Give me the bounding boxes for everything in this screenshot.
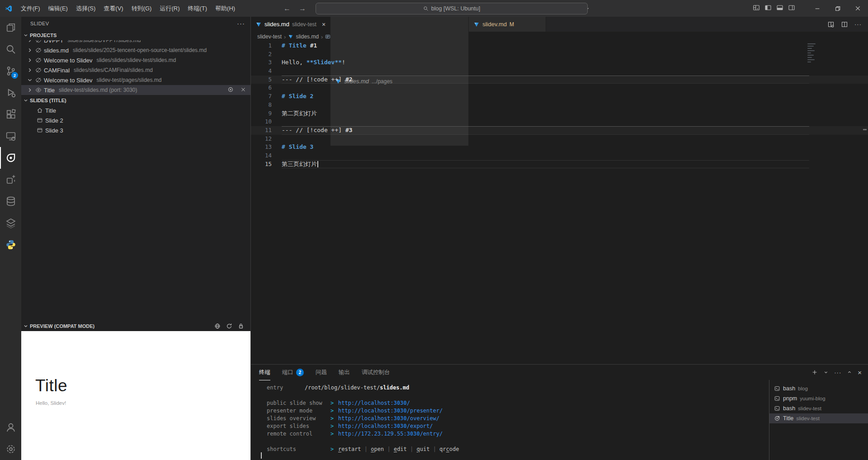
- refresh-icon[interactable]: [226, 323, 232, 329]
- code-line[interactable]: 11--- // [!code ++] #3: [251, 126, 868, 135]
- code-line[interactable]: 7# Slide 2: [251, 92, 868, 101]
- code-line[interactable]: 15第三页幻灯片: [251, 160, 868, 169]
- slide-row[interactable]: Slide 3: [21, 125, 250, 135]
- activity-gear[interactable]: [0, 438, 21, 460]
- code-line[interactable]: 6: [251, 84, 868, 92]
- sidebar-more-actions-button[interactable]: ···: [237, 19, 245, 27]
- project-row[interactable]: Titleslidev-test/slides.md (port: 3030): [21, 85, 250, 95]
- activity-account[interactable]: [0, 417, 21, 438]
- activity-remote[interactable]: [0, 125, 21, 147]
- split-editor-button[interactable]: [841, 21, 848, 28]
- code-line[interactable]: 4: [251, 67, 868, 76]
- slide-preview-pane[interactable]: Title Hello, Slidev!: [21, 331, 250, 460]
- activity-database[interactable]: [0, 190, 21, 212]
- project-row[interactable]: slides.mdslides/slides/2025-tencent-open…: [21, 45, 250, 55]
- project-row[interactable]: CAMFinalslides/slides/CAMFinal/slides.md: [21, 65, 250, 75]
- code-line[interactable]: 13# Slide 3: [251, 143, 868, 152]
- split-editor-special-button[interactable]: [827, 21, 835, 28]
- project-row[interactable]: Welcome to Slidevslides/slides/slidev-te…: [21, 55, 250, 65]
- toggle-left-button[interactable]: [764, 4, 772, 13]
- globe-icon[interactable]: [214, 323, 221, 329]
- slide-row[interactable]: Title: [21, 105, 250, 115]
- code-line[interactable]: 9第二页幻灯片: [251, 109, 868, 118]
- activity-debug[interactable]: [0, 82, 21, 104]
- terminal-link[interactable]: http://localhost:3030/: [338, 400, 410, 406]
- shortcut-edit[interactable]: edit: [394, 446, 407, 452]
- code-line[interactable]: 2: [251, 50, 868, 59]
- slide-row[interactable]: Slide 2: [21, 115, 250, 125]
- active-server-button[interactable]: [227, 86, 234, 94]
- editor-more-actions-button[interactable]: ···: [854, 21, 862, 28]
- projects-section-header[interactable]: PROJECTS: [21, 30, 250, 40]
- code-editor[interactable]: 1# Title #123Hello, **Slidev**!45--- // …: [251, 42, 868, 364]
- terminal-link[interactable]: http://localhost:3030/overview/: [338, 415, 439, 422]
- activity-source-control[interactable]: 2: [0, 60, 21, 82]
- menu-go[interactable]: 转到(G): [127, 0, 156, 17]
- shortcut-open[interactable]: open: [371, 446, 384, 452]
- preview-section-header[interactable]: PREVIEW (COMPAT MODE): [21, 321, 250, 331]
- activity-wand[interactable]: [0, 169, 21, 190]
- code-line[interactable]: 12: [251, 135, 868, 143]
- activity-layers[interactable]: [0, 212, 21, 234]
- activity-slidev[interactable]: [0, 147, 21, 169]
- terminal-link[interactable]: http://172.23.129.55:3030/entry/: [338, 431, 443, 437]
- forward-button[interactable]: →: [296, 5, 309, 13]
- command-center-search[interactable]: blog [WSL: Ubuntu]: [316, 3, 588, 14]
- menu-file[interactable]: 文件(F): [17, 0, 44, 17]
- panel-more-actions-button[interactable]: ···: [834, 369, 841, 376]
- minimap[interactable]: [807, 42, 819, 69]
- terminal-list-item[interactable]: pnpmyuumi-blog: [769, 394, 868, 403]
- menu-view[interactable]: 查看(V): [99, 0, 127, 17]
- menu-edit[interactable]: 编辑(E): [44, 0, 72, 17]
- activity-extensions[interactable]: [0, 104, 21, 125]
- toggle-bottom-button[interactable]: [776, 4, 783, 13]
- project-row[interactable]: Welcome to Slidevslidev-test/pages/slide…: [21, 75, 250, 85]
- maximize-panel-button[interactable]: [847, 370, 852, 375]
- terminal-link[interactable]: http://localhost:3030/presenter/: [338, 408, 443, 414]
- project-row[interactable]: DVPPTslides/slides/DVPPT/slides.md: [21, 40, 250, 45]
- panel-tab-调试控制台[interactable]: 调试控制台: [362, 365, 390, 380]
- menu-help[interactable]: 帮助(H): [211, 0, 239, 17]
- menu-run[interactable]: 运行(R): [156, 0, 184, 17]
- toggle-right-button[interactable]: [788, 4, 795, 13]
- shortcut-quit[interactable]: quit: [417, 446, 430, 452]
- terminal-list-item[interactable]: bashslidev-test: [769, 403, 868, 413]
- new-terminal-button[interactable]: [811, 369, 818, 375]
- toggle-grid-button[interactable]: [753, 4, 760, 13]
- terminal-list-item[interactable]: Titleslidev-test: [769, 413, 868, 423]
- shortcut-restart[interactable]: restart: [338, 446, 361, 452]
- panel-tab-问题[interactable]: 问题: [316, 365, 327, 380]
- code-line[interactable]: 3Hello, **Slidev**!: [251, 58, 868, 67]
- menu-selection[interactable]: 选择(S): [72, 0, 99, 17]
- terminal-list-item[interactable]: bashblog: [769, 384, 868, 394]
- activity-files[interactable]: [0, 17, 21, 38]
- editor-tab[interactable]: slides.mdslidev-test×: [251, 17, 330, 32]
- menu-terminal[interactable]: 终端(T): [184, 0, 211, 17]
- lock-icon[interactable]: [238, 323, 244, 329]
- activity-python[interactable]: [0, 234, 21, 256]
- close-panel-button[interactable]: ×: [858, 369, 862, 376]
- editor-tab[interactable]: slidev.mdM: [469, 17, 546, 32]
- close-window-button[interactable]: [848, 0, 868, 17]
- stop-server-button[interactable]: [240, 86, 246, 94]
- code-line[interactable]: 5--- // [!code ++] #2: [251, 76, 868, 84]
- code-line[interactable]: 10: [251, 118, 868, 126]
- minimize-button[interactable]: [807, 0, 827, 17]
- panel-tab-端口[interactable]: 端口2: [282, 365, 304, 380]
- terminal-link[interactable]: http://localhost:3030/export/: [338, 423, 433, 429]
- terminal-dropdown-button[interactable]: [823, 370, 829, 375]
- slides-section-header[interactable]: SLIDES (TITLE): [21, 95, 250, 105]
- code-line[interactable]: 14: [251, 152, 868, 160]
- terminal-output[interactable]: entry/root/blog/slidev-test/slides.md pu…: [251, 380, 769, 460]
- breadcrumb-item[interactable]: slides.md: [296, 33, 319, 40]
- code-line[interactable]: 8: [251, 101, 868, 109]
- restore-button[interactable]: [827, 0, 848, 17]
- back-button[interactable]: ←: [280, 5, 294, 13]
- shortcut-qrcode[interactable]: qrcode: [439, 446, 459, 452]
- code-line[interactable]: 1# Title #1: [251, 42, 868, 50]
- breadcrumb-item[interactable]: slidev-test: [257, 33, 282, 40]
- activity-search[interactable]: [0, 38, 21, 60]
- panel-tab-终端[interactable]: 终端: [259, 365, 270, 380]
- panel-tab-输出[interactable]: 输出: [339, 365, 350, 380]
- close-tab-button[interactable]: ×: [322, 21, 326, 28]
